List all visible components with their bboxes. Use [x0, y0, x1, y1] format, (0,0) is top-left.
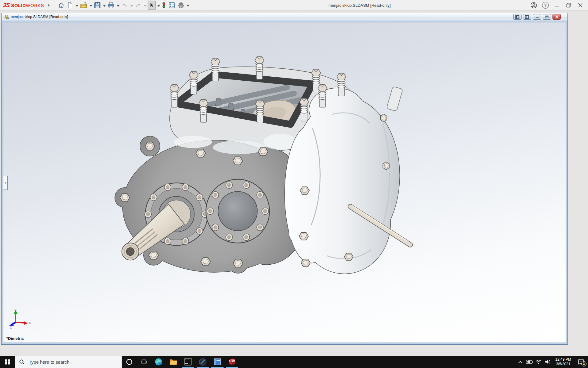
- splitter-dot-icon: [5, 182, 6, 184]
- triad-y-label: Y: [14, 309, 17, 312]
- account-icon[interactable]: [529, 1, 538, 10]
- document-title: menjac sklop.SLDASM [Read-only]: [11, 15, 68, 19]
- tray-date: 3/5/2021: [554, 362, 573, 366]
- volume-icon[interactable]: [543, 356, 552, 368]
- doc-close-button[interactable]: [552, 14, 561, 20]
- new-document-button[interactable]: [66, 1, 74, 10]
- edge-icon: [155, 358, 163, 366]
- selection-filter-icon[interactable]: [161, 1, 167, 10]
- undo-button[interactable]: [121, 1, 129, 10]
- taskbar-spacer: [239, 356, 516, 368]
- taskbar-app-hexagon[interactable]: [195, 356, 210, 368]
- cortana-icon: [126, 358, 133, 365]
- taskbar-app-command-prompt[interactable]: C:\: [181, 356, 195, 368]
- undo-dropdown-icon[interactable]: [130, 2, 133, 8]
- tile-right-button[interactable]: [523, 14, 531, 20]
- cortana-button[interactable]: [122, 356, 137, 368]
- select-tool-button[interactable]: [148, 1, 156, 10]
- print-button[interactable]: [107, 1, 115, 10]
- taskbar-app-file-explorer[interactable]: [166, 356, 181, 368]
- windows-taskbar: C:\ SW 2021: [0, 356, 588, 368]
- gearbox-3d-model: [3, 22, 566, 343]
- cmd-icon-text: C:\: [185, 358, 189, 361]
- document-window-buttons: [513, 14, 567, 20]
- task-view-icon: [141, 359, 147, 365]
- tray-chevron-icon[interactable]: [516, 356, 525, 368]
- notification-badge: 3: [581, 361, 586, 366]
- print-dropdown-icon[interactable]: [117, 2, 119, 8]
- titlebar-right-controls: ?: [529, 0, 585, 10]
- view-orientation-label: *Dimetric: [6, 336, 24, 341]
- doc-minimize-button[interactable]: [533, 14, 541, 20]
- solidworks-2021-icon: SW 2021: [228, 358, 236, 366]
- document-window: menjac sklop.SLDASM [Read-only]: [1, 13, 568, 345]
- orientation-triad: Y X Z: [8, 309, 32, 329]
- task-view-button[interactable]: [137, 356, 151, 368]
- graphics-viewport[interactable]: Y X Z *Dimetric: [3, 22, 566, 343]
- document-titlebar[interactable]: menjac sklop.SLDASM [Read-only]: [2, 13, 567, 21]
- options-dropdown-icon[interactable]: [187, 2, 189, 8]
- taskbar-search-box[interactable]: [15, 356, 122, 368]
- open-button[interactable]: [79, 1, 88, 10]
- window-title: menjac sklop.SLDASM [Read-only]: [328, 0, 390, 10]
- assembly-icon: [4, 14, 9, 19]
- system-tray: 12:49 PM 3/5/2021 3: [516, 356, 588, 368]
- triad-x-label: X: [29, 321, 31, 325]
- tray-time: 12:49 PM: [554, 357, 573, 362]
- sw-icon-text: SW: [228, 359, 236, 363]
- windows-logo-icon: [5, 359, 10, 365]
- doc-restore-button[interactable]: [543, 14, 551, 20]
- taskbar-app-edge[interactable]: [151, 356, 166, 368]
- main-titlebar: 3S SOLID WORKS: [0, 0, 588, 11]
- solidworks-screen: 3S SOLID WORKS: [0, 0, 588, 368]
- redo-dropdown-icon[interactable]: [144, 2, 146, 8]
- triad-z-label: Z: [10, 326, 12, 329]
- taskbar-app-solidworks[interactable]: SW 2021: [225, 356, 239, 368]
- battery-icon[interactable]: [525, 356, 534, 368]
- restore-button[interactable]: [564, 1, 573, 10]
- logo-mark: 3S: [2, 2, 10, 9]
- tile-left-button[interactable]: [513, 14, 522, 20]
- command-prompt-icon: C:\: [184, 358, 192, 366]
- save-dropdown-icon[interactable]: [103, 2, 106, 8]
- open-dropdown-icon[interactable]: [90, 2, 92, 8]
- close-button[interactable]: [576, 1, 585, 10]
- new-dropdown-icon[interactable]: [76, 2, 78, 8]
- sw-icon-year: 2021: [231, 363, 237, 366]
- home-button[interactable]: [57, 1, 65, 10]
- toolbar-separator: [54, 2, 54, 9]
- solidworks-logo: 3S SOLID WORKS: [3, 2, 44, 9]
- display-settings-button[interactable]: [168, 1, 176, 10]
- file-explorer-icon: [169, 358, 177, 366]
- start-button[interactable]: [0, 356, 15, 368]
- minimize-button[interactable]: [552, 1, 562, 10]
- tray-clock[interactable]: 12:49 PM 3/5/2021: [552, 357, 574, 366]
- select-dropdown-icon[interactable]: [157, 2, 160, 8]
- redo-button[interactable]: [134, 1, 142, 10]
- save-button[interactable]: [93, 1, 101, 10]
- search-input[interactable]: [28, 359, 109, 365]
- window-app-icon: [213, 358, 221, 366]
- taskbar-app-window[interactable]: [210, 356, 225, 368]
- wifi-icon[interactable]: [534, 356, 543, 368]
- search-icon: [19, 359, 24, 365]
- options-gear-icon[interactable]: [177, 1, 185, 10]
- help-icon[interactable]: ?: [541, 1, 550, 10]
- action-center-button[interactable]: 3: [574, 356, 588, 368]
- feature-pane-splitter-tab[interactable]: [3, 176, 8, 190]
- quick-access-toolbar: [57, 1, 189, 10]
- menu-expand-icon[interactable]: [48, 3, 50, 7]
- hexagon-app-icon: [199, 358, 207, 366]
